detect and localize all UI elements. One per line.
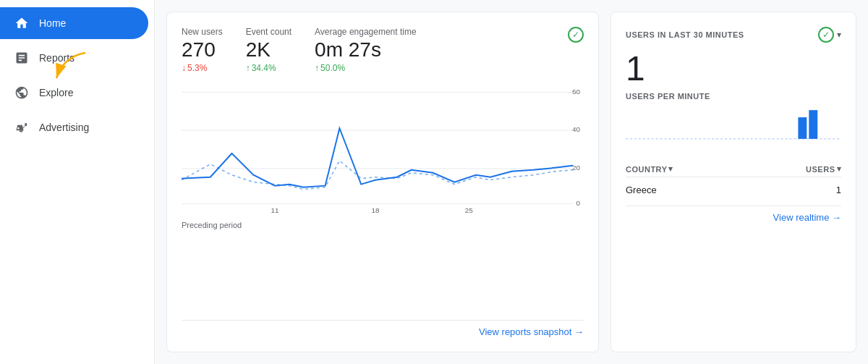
- new-users-value: 270: [182, 40, 223, 60]
- engagement-time-label: Average engagement time: [315, 27, 417, 37]
- new-users-change: ↓ 5.3%: [182, 63, 223, 73]
- advertising-icon: [14, 120, 29, 135]
- event-count-value: 2K: [246, 40, 292, 60]
- home-icon: [14, 16, 29, 30]
- engagement-time-value: 0m 27s: [315, 40, 417, 60]
- up-arrow-icon: ↑: [246, 63, 250, 73]
- cards-row: New users 270 ↓ 5.3% Event count 2K ↑ 34…: [166, 12, 856, 352]
- realtime-header: USERS IN LAST 30 MINUTES ✓ ▾: [626, 27, 841, 43]
- metrics-row: New users 270 ↓ 5.3% Event count 2K ↑ 34…: [182, 27, 584, 73]
- check-circle-icon: ✓: [568, 27, 584, 43]
- sidebar-item-reports[interactable]: Reports: [0, 42, 148, 74]
- event-count-change: ↑ 34.4%: [246, 63, 292, 73]
- engagement-time-change: ↑ 50.0%: [315, 63, 417, 73]
- realtime-card-footer: View realtime →: [626, 206, 841, 223]
- view-reports-link[interactable]: View reports snapshot →: [479, 326, 584, 337]
- realtime-card: USERS IN LAST 30 MINUTES ✓ ▾ 1 USERS PER…: [610, 12, 856, 352]
- svg-text:0: 0: [576, 199, 581, 207]
- users-cell: 1: [836, 185, 841, 195]
- event-count-label: Event count: [246, 27, 292, 37]
- users-column-header[interactable]: USERS ▾: [806, 164, 841, 174]
- reports-card-footer: View reports snapshot →: [182, 320, 584, 337]
- chart-legend: Preceding period: [182, 221, 584, 229]
- sidebar-item-home[interactable]: Home: [0, 7, 148, 39]
- engagement-time-metric: Average engagement time 0m 27s ↑ 50.0%: [315, 27, 417, 73]
- chevron-down-icon3: ▾: [837, 164, 842, 174]
- line-chart: 60 40 20 0 11 18 25: [182, 85, 584, 215]
- chevron-down-icon: ▾: [837, 30, 841, 40]
- sidebar-item-label: Explore: [39, 87, 73, 98]
- new-users-label: New users: [182, 27, 223, 37]
- table-row: Greece 1: [626, 180, 841, 200]
- sidebar-item-label: Reports: [39, 52, 75, 64]
- chevron-down-icon2: ▾: [668, 164, 673, 174]
- realtime-dropdown-button[interactable]: ▾: [837, 30, 841, 40]
- sidebar-item-label: Advertising: [39, 122, 89, 133]
- svg-text:18: 18: [372, 206, 380, 214]
- country-column-header[interactable]: COUNTRY ▾: [626, 164, 673, 174]
- users-per-minute-chart: [626, 106, 841, 150]
- reports-snapshot-card: New users 270 ↓ 5.3% Event count 2K ↑ 34…: [166, 12, 599, 352]
- realtime-title: USERS IN LAST 30 MINUTES: [626, 30, 744, 39]
- sidebar-item-label: Home: [39, 17, 66, 29]
- svg-text:20: 20: [572, 164, 581, 172]
- realtime-controls: ✓ ▾: [818, 27, 841, 43]
- main-content: New users 270 ↓ 5.3% Event count 2K ↑ 34…: [155, 0, 868, 364]
- table-header-row: COUNTRY ▾ USERS ▾: [626, 161, 841, 177]
- reports-icon: [14, 51, 29, 65]
- sidebar-item-advertising[interactable]: Advertising: [0, 111, 148, 143]
- sidebar-item-explore[interactable]: Explore: [0, 77, 148, 109]
- realtime-check-icon: ✓: [818, 27, 834, 43]
- down-arrow-icon: ↓: [182, 63, 186, 73]
- svg-rect-13: [798, 117, 807, 139]
- event-count-metric: Event count 2K ↑ 34.4%: [246, 27, 292, 73]
- svg-text:11: 11: [271, 206, 280, 214]
- svg-rect-14: [809, 110, 817, 139]
- chart-area: 60 40 20 0 11 18 25: [182, 85, 584, 314]
- svg-text:60: 60: [572, 88, 581, 96]
- up-arrow-icon2: ↑: [315, 63, 319, 73]
- legend-label: Preceding period: [182, 221, 242, 229]
- realtime-count: 1: [626, 51, 841, 86]
- users-per-minute-label: USERS PER MINUTE: [626, 92, 841, 101]
- view-realtime-link[interactable]: View realtime →: [773, 212, 841, 223]
- svg-text:25: 25: [465, 206, 474, 214]
- svg-text:40: 40: [572, 125, 581, 133]
- explore-icon: [14, 85, 29, 100]
- new-users-metric: New users 270 ↓ 5.3%: [182, 27, 223, 73]
- country-cell: Greece: [626, 185, 657, 195]
- sidebar: Home Reports Explore Advertising: [0, 0, 155, 364]
- check-icon-container: ✓: [568, 27, 584, 43]
